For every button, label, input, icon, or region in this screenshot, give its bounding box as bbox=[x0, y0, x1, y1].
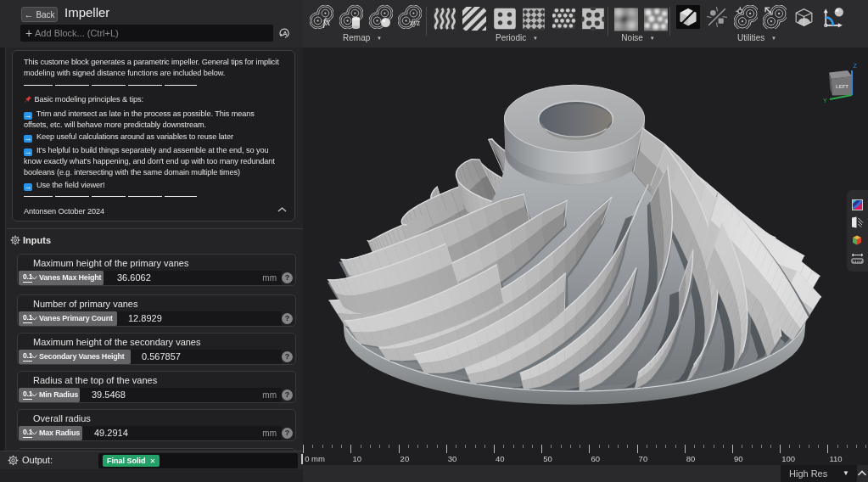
svg-text:Y: Y bbox=[823, 98, 827, 104]
svg-text:A: A bbox=[283, 30, 288, 37]
svg-text:LEFT: LEFT bbox=[836, 84, 848, 89]
svg-text:xyz: xyz bbox=[409, 19, 420, 27]
svg-text:Z: Z bbox=[854, 63, 858, 69]
svg-text:fx: fx bbox=[323, 16, 331, 28]
